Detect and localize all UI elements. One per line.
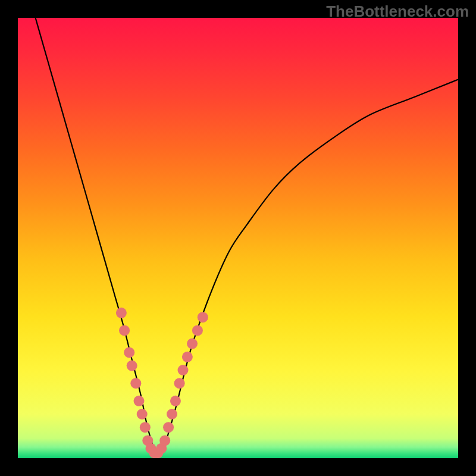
- marker-dot: [198, 312, 208, 322]
- marker-dot: [134, 396, 145, 406]
- marker-dot: [187, 339, 198, 349]
- plot-area: [18, 18, 458, 458]
- marker-dot: [127, 361, 137, 371]
- marker-dot: [140, 422, 151, 433]
- marker-dot: [182, 352, 193, 362]
- marker-dot: [130, 378, 141, 389]
- marker-dot: [163, 422, 174, 433]
- marker-dot: [119, 325, 130, 336]
- marker-dot: [174, 378, 185, 389]
- marker-dot: [137, 409, 148, 419]
- marker-dot: [192, 325, 203, 336]
- marker-dot: [167, 409, 177, 419]
- marker-dot: [159, 435, 170, 446]
- marker-dot: [178, 365, 189, 375]
- marker-dot: [124, 347, 134, 358]
- chart-frame: TheBottleneck.com: [0, 0, 476, 476]
- watermark-text: TheBottleneck.com: [326, 2, 469, 21]
- marker-dot: [116, 308, 127, 318]
- marker-dot: [170, 396, 181, 406]
- chart-svg: [18, 18, 458, 458]
